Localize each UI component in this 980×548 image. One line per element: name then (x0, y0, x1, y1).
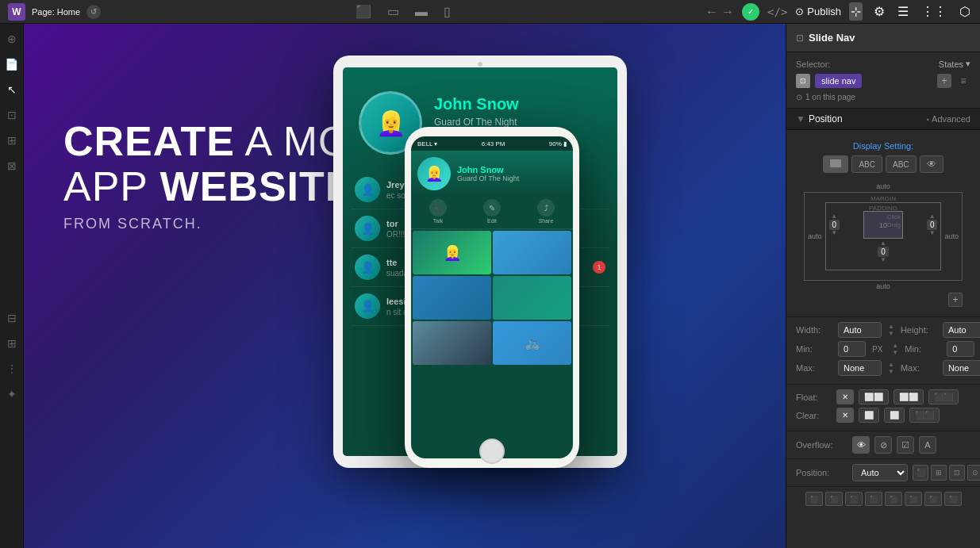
sidebar-page-icon[interactable]: 📄 (2, 56, 21, 73)
display-abc-button-2[interactable]: ABC (886, 155, 917, 173)
sidebar-responsive-icon[interactable]: ⊞ (5, 132, 19, 149)
bottom-pos-btn-8[interactable]: ⬛ (944, 492, 962, 506)
selector-label-row: Selector: States ▾ (796, 59, 970, 69)
advanced-button[interactable]: ▪ Advanced (927, 114, 970, 124)
bottom-arrow-down[interactable]: ▼ (880, 257, 886, 263)
sidebar-add-icon[interactable]: ⊕ (5, 30, 19, 48)
float-right-button[interactable]: ⬜⬜ (894, 389, 924, 404)
sidebar-grid-icon[interactable]: ⊞ (5, 335, 19, 352)
device-desktop-icon[interactable]: ⬛ (352, 1, 375, 22)
max-width-input[interactable] (838, 360, 882, 376)
phone-action-share[interactable]: ⤴ Share (537, 199, 555, 224)
clear-left-button[interactable]: ⬜ (859, 408, 879, 423)
phone-action-edit[interactable]: ✎ Edit (483, 199, 501, 224)
height-label: Height: (901, 325, 936, 335)
undo-button[interactable]: ← (705, 5, 718, 19)
phone-action-talk[interactable]: 📞 Talk (429, 199, 447, 224)
bottom-pos-btn-4[interactable]: ⬛ (865, 492, 882, 506)
auto-bottom-label: auto (804, 282, 963, 290)
phone-grid-item-5 (413, 321, 491, 365)
sidebar-settings-icon[interactable]: ✦ (5, 385, 19, 403)
max-width-arrow-up[interactable]: ▲ (888, 362, 894, 368)
min-height-input[interactable] (947, 341, 974, 357)
reload-button[interactable]: ↺ (86, 5, 101, 19)
max-width-arrow-down[interactable]: ▼ (888, 369, 894, 375)
position-type-select[interactable]: Auto Static Relative Absolute Fixed (852, 464, 908, 481)
cube-button[interactable]: ⬡ (958, 2, 972, 21)
top-bar: W Page: Home ↺ ⬛ ▭ ▬ ▯ ← → ✓ </> ⊙ Publi… (0, 0, 980, 24)
float-left-button[interactable]: ⬜⬜ (859, 389, 889, 404)
advanced-check-icon: ▪ (927, 115, 930, 124)
bottom-pos-btn-1[interactable]: ⬛ (805, 492, 823, 506)
clear-right-button[interactable]: ⬜ (884, 408, 905, 423)
phone-frame: BELL ▾ 6:43 PM 90% ▮ 👱‍♀️ John Snow Guar… (405, 127, 579, 468)
bottom-pos-btn-6[interactable]: ⬛ (905, 492, 922, 506)
pos-btn-4[interactable]: ⊙ (967, 465, 980, 481)
sidebar-cursor-icon[interactable]: ↖ (5, 81, 19, 98)
add-selector-button[interactable]: + (937, 74, 951, 88)
panel-title: Slide Nav (809, 32, 855, 44)
menu-button[interactable]: ☰ (896, 2, 910, 21)
audio-button[interactable]: ⋮⋮ (920, 2, 948, 21)
phone-screen: BELL ▾ 6:43 PM 90% ▮ 👱‍♀️ John Snow Guar… (411, 136, 573, 458)
pos-btn-1[interactable]: ⬛ (913, 465, 928, 481)
phone-home-button[interactable] (479, 439, 505, 464)
max-height-input[interactable] (943, 360, 980, 376)
code-button[interactable]: </> (767, 6, 787, 18)
device-monitor-icon[interactable]: ▬ (412, 2, 431, 22)
min-width-arrow-down[interactable]: ▼ (892, 350, 898, 356)
position-chevron-icon: ▼ (796, 113, 805, 125)
clear-both-button[interactable]: ⬛⬛ (909, 408, 940, 423)
overflow-auto-button[interactable]: A (919, 436, 936, 454)
selector-tag[interactable]: slide nav (815, 74, 862, 88)
bottom-pos-btn-7[interactable]: ⬛ (924, 492, 942, 506)
states-button[interactable]: States ▾ (939, 59, 970, 69)
display-abc-button-1[interactable]: ABC (851, 155, 882, 173)
height-input[interactable] (943, 322, 980, 338)
float-both-button[interactable]: ⬛⬛ (928, 389, 959, 404)
display-eye-button[interactable]: 👁 (920, 155, 943, 173)
sidebar-components-icon[interactable]: ⊠ (5, 157, 19, 174)
sidebar-more-icon[interactable]: ⋮ (4, 360, 20, 377)
left-arrow-up[interactable]: ▲ (831, 213, 837, 220)
overflow-hidden-button[interactable]: ⊘ (874, 436, 892, 454)
display-block-button[interactable] (823, 155, 848, 173)
width-arrow-down[interactable]: ▼ (888, 331, 894, 337)
selector-menu-button[interactable]: ≡ (956, 74, 970, 88)
auto-left-label: auto (808, 232, 822, 240)
width-row: Width: ▲ ▼ Height: ▲ ▼ (796, 322, 970, 338)
left-arrow-down[interactable]: ▼ (831, 230, 837, 236)
clear-none-button[interactable]: ✕ (836, 408, 854, 423)
pos-btn-3[interactable]: ⊡ (949, 465, 965, 481)
phone-mockup: BELL ▾ 6:43 PM 90% ▮ 👱‍♀️ John Snow Guar… (405, 127, 579, 468)
overflow-visible-button[interactable]: 👁 (852, 436, 870, 454)
device-mobile-icon[interactable]: ▯ (440, 1, 454, 22)
click-drag-hint: ClickDrag (887, 213, 901, 228)
redo-button[interactable]: → (721, 5, 734, 19)
bottom-pos-btn-2[interactable]: ⬛ (825, 492, 843, 506)
bottom-pos-btn-3[interactable]: ⬛ (845, 492, 863, 506)
sidebar-media-icon[interactable]: ⊟ (5, 309, 19, 327)
width-arrow-up[interactable]: ▲ (888, 324, 894, 330)
width-input[interactable] (838, 322, 882, 338)
pos-btn-2[interactable]: ⊞ (931, 465, 947, 481)
sidebar-layers-icon[interactable]: ⊡ (5, 106, 19, 124)
overflow-scroll-button[interactable]: ☑ (897, 436, 914, 454)
float-label: Float: (796, 393, 832, 402)
float-none-button[interactable]: ✕ (836, 389, 854, 404)
overflow-label: Overflow: (796, 440, 847, 450)
bottom-arrow-up[interactable]: ▲ (880, 240, 886, 247)
display-setting-label: Display Setting: (796, 141, 970, 151)
left-arrows: ▲ 0 ▼ (829, 213, 840, 236)
min-width-arrow-up[interactable]: ▲ (892, 343, 898, 349)
add-prop-button[interactable]: + (948, 293, 963, 307)
settings-button[interactable]: ⚙ (872, 2, 886, 21)
page-label: Page: Home (32, 7, 80, 17)
right-arrow-down[interactable]: ▼ (929, 230, 936, 236)
right-arrow-up[interactable]: ▲ (929, 213, 936, 220)
cursor-tool-button[interactable]: ⊹ (849, 2, 863, 21)
device-tablet-icon[interactable]: ▭ (384, 1, 402, 22)
bottom-pos-btn-5[interactable]: ⬛ (885, 492, 902, 506)
min-width-input[interactable] (838, 341, 866, 357)
publish-button[interactable]: ⊙ Publish (795, 6, 841, 17)
